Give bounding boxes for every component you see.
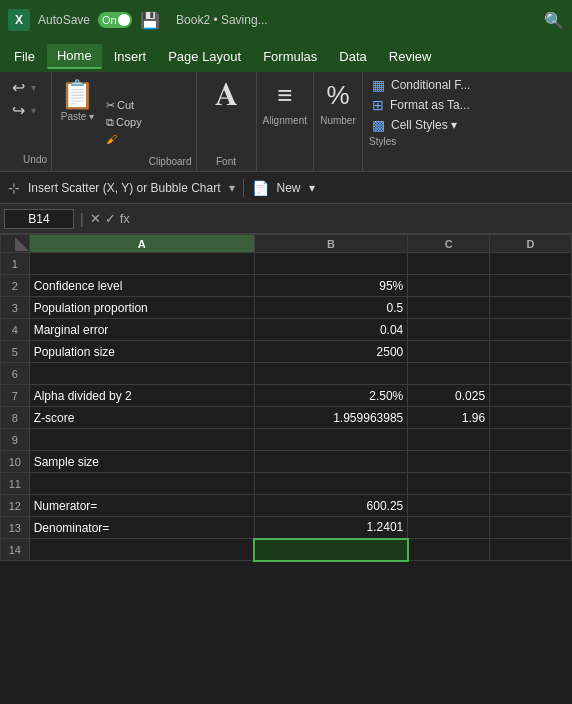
- cell-d14[interactable]: [490, 539, 572, 561]
- cell-a2[interactable]: Confidence level: [29, 275, 254, 297]
- cancel-formula-icon[interactable]: ✕: [90, 211, 101, 226]
- cell-d3[interactable]: [490, 297, 572, 319]
- cell-a5[interactable]: Population size: [29, 341, 254, 363]
- row-header-14: 14: [1, 539, 30, 561]
- cell-a8[interactable]: Z-score: [29, 407, 254, 429]
- cell-d10[interactable]: [490, 451, 572, 473]
- cell-c12[interactable]: [408, 495, 490, 517]
- clipboard-label: Clipboard: [149, 156, 192, 167]
- menu-home[interactable]: Home: [47, 44, 102, 69]
- cell-styles-button[interactable]: ▩ Cell Styles ▾: [369, 116, 562, 134]
- undo-button[interactable]: ↩: [8, 76, 29, 99]
- cell-b8[interactable]: 1.959963985: [254, 407, 407, 429]
- menu-review[interactable]: Review: [379, 45, 442, 68]
- cell-b6[interactable]: [254, 363, 407, 385]
- cell-d1[interactable]: [490, 253, 572, 275]
- cell-c6[interactable]: [408, 363, 490, 385]
- cell-d8[interactable]: [490, 407, 572, 429]
- cell-d9[interactable]: [490, 429, 572, 451]
- cell-b13[interactable]: 1.2401: [254, 517, 407, 539]
- cell-c10[interactable]: [408, 451, 490, 473]
- cell-d4[interactable]: [490, 319, 572, 341]
- cell-b14[interactable]: [254, 539, 407, 561]
- cell-c4[interactable]: [408, 319, 490, 341]
- conditional-formatting-button[interactable]: ▦ Conditional F...: [369, 76, 562, 94]
- cell-c8[interactable]: 1.96: [408, 407, 490, 429]
- row-header-10: 10: [1, 451, 30, 473]
- copy-button[interactable]: ⧉ Copy: [103, 115, 145, 130]
- format-painter-button[interactable]: 🖌: [103, 132, 145, 146]
- formula-icons: ✕ ✓ fx: [90, 211, 130, 226]
- cell-a14[interactable]: [29, 539, 254, 561]
- menu-data[interactable]: Data: [329, 45, 376, 68]
- cell-c14[interactable]: [408, 539, 490, 561]
- paste-button[interactable]: 📋 Paste ▾: [56, 76, 99, 167]
- search-icon[interactable]: 🔍: [544, 11, 564, 30]
- cell-a9[interactable]: [29, 429, 254, 451]
- cell-b10[interactable]: [254, 451, 407, 473]
- cell-reference-box[interactable]: [4, 209, 74, 229]
- cell-a6[interactable]: [29, 363, 254, 385]
- format-as-table-button[interactable]: ⊞ Format as Ta...: [369, 96, 562, 114]
- cell-d2[interactable]: [490, 275, 572, 297]
- scatter-chart-icon: ⊹: [8, 180, 20, 196]
- styles-label: Styles: [369, 136, 396, 147]
- row-header-4: 4: [1, 319, 30, 341]
- menu-page-layout[interactable]: Page Layout: [158, 45, 251, 68]
- cell-b12[interactable]: 600.25: [254, 495, 407, 517]
- cell-b7[interactable]: 2.50%: [254, 385, 407, 407]
- cell-styles-icon: ▩: [372, 117, 385, 133]
- cell-b4[interactable]: 0.04: [254, 319, 407, 341]
- cell-d12[interactable]: [490, 495, 572, 517]
- new-dropdown-arrow[interactable]: ▾: [309, 181, 315, 195]
- fx-icon[interactable]: fx: [120, 211, 130, 226]
- cut-button[interactable]: ✂ Cut: [103, 98, 145, 113]
- number-button[interactable]: %: [320, 76, 356, 115]
- cell-d11[interactable]: [490, 473, 572, 495]
- cell-d6[interactable]: [490, 363, 572, 385]
- cell-a10[interactable]: Sample size: [29, 451, 254, 473]
- menu-insert[interactable]: Insert: [104, 45, 157, 68]
- cell-c5[interactable]: [408, 341, 490, 363]
- cell-b9[interactable]: [254, 429, 407, 451]
- confirm-formula-icon[interactable]: ✓: [105, 211, 116, 226]
- cell-c9[interactable]: [408, 429, 490, 451]
- ribbon: ↩ ▾ ↪ ▾ Undo 📋 Paste ▾ ✂ Cut ⧉ Copy 🖌: [0, 72, 572, 172]
- menu-formulas[interactable]: Formulas: [253, 45, 327, 68]
- formula-separator: |: [78, 211, 86, 227]
- cell-c13[interactable]: [408, 517, 490, 539]
- scatter-dropdown-arrow[interactable]: ▾: [229, 181, 235, 195]
- cell-b2[interactable]: 95%: [254, 275, 407, 297]
- cell-a3[interactable]: Population proportion: [29, 297, 254, 319]
- cell-a13[interactable]: Denominator=: [29, 517, 254, 539]
- cell-b1[interactable]: [254, 253, 407, 275]
- cell-d7[interactable]: [490, 385, 572, 407]
- cell-a4[interactable]: Marginal error: [29, 319, 254, 341]
- col-header-c[interactable]: C: [408, 235, 490, 253]
- col-header-d[interactable]: D: [490, 235, 572, 253]
- cell-a12[interactable]: Numerator=: [29, 495, 254, 517]
- alignment-button[interactable]: ≡: [267, 76, 303, 115]
- cell-c1[interactable]: [408, 253, 490, 275]
- cell-c3[interactable]: [408, 297, 490, 319]
- font-icon[interactable]: 𝐀: [215, 76, 238, 113]
- cell-a1[interactable]: [29, 253, 254, 275]
- autosave-toggle[interactable]: On: [98, 12, 132, 28]
- cell-c2[interactable]: [408, 275, 490, 297]
- cell-d5[interactable]: [490, 341, 572, 363]
- cell-d13[interactable]: [490, 517, 572, 539]
- number-icon: %: [326, 80, 349, 111]
- menu-file[interactable]: File: [4, 45, 45, 68]
- formula-input[interactable]: [134, 212, 568, 226]
- redo-button[interactable]: ↪: [8, 99, 29, 122]
- cell-a7[interactable]: Alpha divided by 2: [29, 385, 254, 407]
- cell-b11[interactable]: [254, 473, 407, 495]
- cell-a11[interactable]: [29, 473, 254, 495]
- cell-b5[interactable]: 2500: [254, 341, 407, 363]
- cell-b3[interactable]: 0.5: [254, 297, 407, 319]
- col-header-b[interactable]: B: [254, 235, 407, 253]
- cell-c11[interactable]: [408, 473, 490, 495]
- col-header-a[interactable]: A: [29, 235, 254, 253]
- font-group: 𝐀 Font: [197, 72, 257, 171]
- cell-c7[interactable]: 0.025: [408, 385, 490, 407]
